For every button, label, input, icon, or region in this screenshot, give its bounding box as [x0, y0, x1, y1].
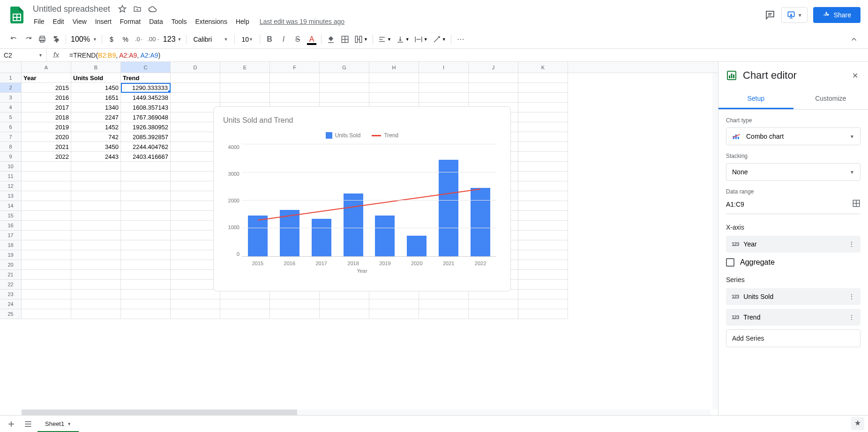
- cell[interactable]: [270, 309, 320, 319]
- cell[interactable]: [518, 211, 568, 221]
- cell[interactable]: [22, 240, 71, 250]
- cell[interactable]: 1651: [71, 93, 121, 103]
- cell[interactable]: [121, 290, 171, 299]
- menu-extensions[interactable]: Extensions: [191, 16, 231, 27]
- cell[interactable]: [71, 290, 121, 299]
- cell[interactable]: [469, 73, 518, 83]
- cell[interactable]: [22, 260, 71, 270]
- menu-view[interactable]: View: [69, 16, 90, 27]
- cell[interactable]: [121, 211, 171, 221]
- print-icon[interactable]: [36, 33, 49, 46]
- cell[interactable]: [469, 309, 518, 319]
- menu-tools[interactable]: Tools: [168, 16, 191, 27]
- redo-icon[interactable]: [22, 33, 35, 46]
- cell[interactable]: [22, 171, 71, 181]
- col-header-A[interactable]: A: [22, 62, 71, 73]
- row-header[interactable]: 4: [0, 103, 22, 112]
- cell[interactable]: [320, 83, 369, 93]
- row-header[interactable]: 1: [0, 73, 22, 83]
- cell[interactable]: [469, 83, 518, 93]
- cell[interactable]: [71, 171, 121, 181]
- cell[interactable]: [121, 280, 171, 290]
- cell[interactable]: Year: [22, 73, 71, 83]
- cell[interactable]: [518, 83, 568, 93]
- cell[interactable]: [220, 73, 270, 83]
- cell[interactable]: [419, 299, 469, 309]
- aggregate-checkbox[interactable]: [726, 258, 734, 267]
- cell[interactable]: [518, 250, 568, 260]
- cell[interactable]: [518, 260, 568, 270]
- cell[interactable]: [171, 93, 220, 103]
- cell[interactable]: 2015: [22, 83, 71, 93]
- col-header-I[interactable]: I: [419, 62, 469, 73]
- comments-icon[interactable]: [764, 9, 776, 21]
- cell[interactable]: [121, 171, 171, 181]
- cell[interactable]: [71, 162, 121, 171]
- cell[interactable]: [121, 270, 171, 280]
- row-header[interactable]: 10: [0, 162, 22, 171]
- increase-decimal-icon[interactable]: .00→: [147, 33, 160, 46]
- cell[interactable]: 3450: [71, 142, 121, 152]
- cell[interactable]: [71, 240, 121, 250]
- cell[interactable]: [22, 290, 71, 299]
- zoom-select[interactable]: 100%▼: [69, 34, 99, 45]
- percent-icon[interactable]: %: [119, 33, 132, 46]
- cell[interactable]: [369, 309, 419, 319]
- cell[interactable]: [22, 211, 71, 221]
- col-header-D[interactable]: D: [171, 62, 220, 73]
- sheets-logo[interactable]: [7, 6, 26, 24]
- formula-input[interactable]: =TREND(B2:B9, A2:A9, A2:A9): [66, 52, 868, 59]
- cell[interactable]: [518, 122, 568, 132]
- cell[interactable]: 2021: [22, 142, 71, 152]
- last-edit-link[interactable]: Last edit was 19 minutes ago: [260, 18, 344, 25]
- cell[interactable]: [22, 162, 71, 171]
- cell[interactable]: [171, 309, 220, 319]
- cell[interactable]: 2020: [22, 132, 71, 142]
- merge-icon[interactable]: ▼: [352, 34, 370, 45]
- move-icon[interactable]: [132, 3, 143, 15]
- chart-bar[interactable]: [439, 160, 458, 256]
- cell[interactable]: [518, 132, 568, 142]
- more-vert-icon[interactable]: ⋮: [848, 313, 855, 321]
- cell[interactable]: [22, 181, 71, 191]
- col-header-G[interactable]: G: [320, 62, 369, 73]
- row-header[interactable]: 23: [0, 290, 22, 299]
- row-header[interactable]: 5: [0, 112, 22, 122]
- cell[interactable]: [320, 93, 369, 103]
- cell[interactable]: [71, 309, 121, 319]
- cell[interactable]: [121, 299, 171, 309]
- col-header-H[interactable]: H: [369, 62, 419, 73]
- cell[interactable]: [320, 299, 369, 309]
- data-range-input[interactable]: [726, 199, 846, 210]
- cell[interactable]: [369, 93, 419, 103]
- col-header-F[interactable]: F: [270, 62, 320, 73]
- fill-color-icon[interactable]: [324, 33, 337, 46]
- cell[interactable]: [171, 299, 220, 309]
- cell[interactable]: [121, 162, 171, 171]
- add-series-button[interactable]: Add Series: [726, 329, 861, 347]
- tab-customize[interactable]: Customize: [793, 89, 868, 109]
- chart-bar[interactable]: [280, 210, 299, 256]
- cell[interactable]: 1290.333333: [121, 83, 171, 93]
- row-header[interactable]: 12: [0, 181, 22, 191]
- paint-format-icon[interactable]: [50, 33, 63, 46]
- collapse-toolbar-icon[interactable]: [847, 33, 861, 46]
- cell[interactable]: [121, 231, 171, 240]
- cell[interactable]: [121, 250, 171, 260]
- select-all-corner[interactable]: [0, 62, 22, 73]
- col-header-K[interactable]: K: [518, 62, 568, 73]
- cell[interactable]: [518, 270, 568, 280]
- star-icon[interactable]: [117, 3, 128, 15]
- menu-edit[interactable]: Edit: [49, 16, 68, 27]
- cell[interactable]: [71, 299, 121, 309]
- cell[interactable]: [518, 152, 568, 162]
- spreadsheet-grid[interactable]: ABCDEFGHIJK 1YearUnits SoldTrend22015145…: [0, 62, 718, 415]
- grid-icon[interactable]: [852, 199, 861, 209]
- cell[interactable]: [270, 299, 320, 309]
- cell[interactable]: 2022: [22, 152, 71, 162]
- cell[interactable]: [121, 240, 171, 250]
- halign-icon[interactable]: ▼: [376, 34, 393, 45]
- horizontal-scrollbar[interactable]: [22, 410, 711, 415]
- cell[interactable]: [419, 73, 469, 83]
- cell[interactable]: [71, 211, 121, 221]
